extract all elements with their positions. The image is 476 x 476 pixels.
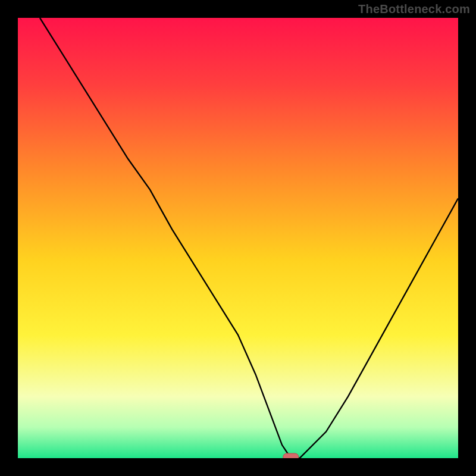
optimal-marker <box>283 453 299 458</box>
plot-area <box>18 18 458 458</box>
chart-frame: TheBottleneck.com <box>0 0 476 476</box>
chart-background <box>18 18 458 458</box>
watermark-text: TheBottleneck.com <box>358 2 470 16</box>
chart-svg <box>18 18 458 458</box>
